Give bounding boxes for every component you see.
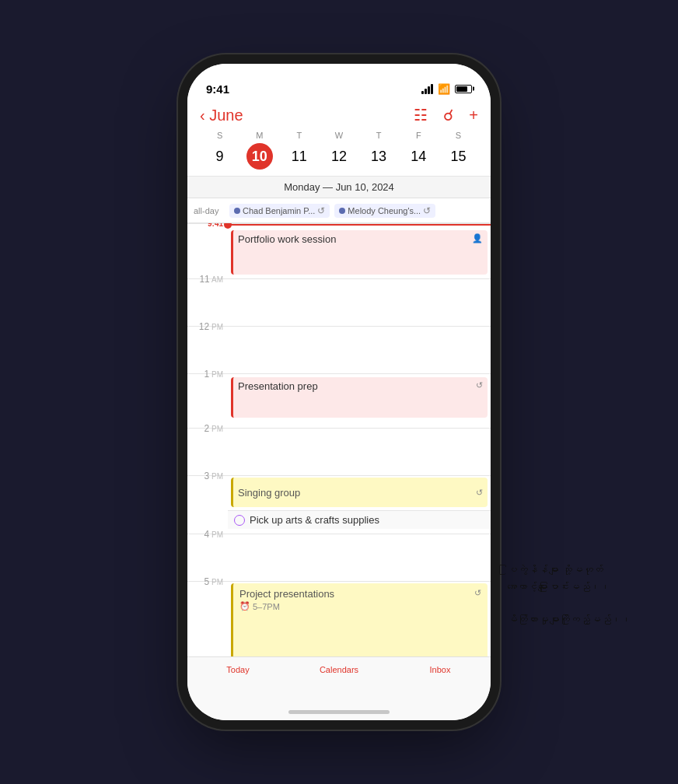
calendar-header: ‹ June ☷ ☌ + S M T W T F S 9 10 11 12 13… <box>187 103 491 177</box>
time-slot-11am: 11 AM <box>187 278 491 326</box>
date-9[interactable]: 9 <box>200 143 239 170</box>
all-day-event-1[interactable]: Chad Benjamin P... ↺ <box>229 204 330 218</box>
home-indicator <box>288 710 390 714</box>
event-presentation[interactable]: Presentation prep ↺ <box>231 377 488 418</box>
date-14[interactable]: 14 <box>399 143 439 170</box>
day-letter-m: M <box>239 131 279 140</box>
day-letter-w: W <box>319 131 358 140</box>
day-letter-f: F <box>399 131 439 140</box>
search-icon[interactable]: ☌ <box>443 106 453 124</box>
task-title: Pick up arts & crafts supplies <box>250 514 379 526</box>
clock-icon: ⏰ <box>239 601 250 611</box>
event-singing-icon: ↺ <box>476 488 483 498</box>
header-icons: ☷ ☌ + <box>414 106 478 124</box>
calendar-view-icon[interactable]: ☷ <box>414 106 428 124</box>
now-badge-label: 9:41 <box>208 223 223 228</box>
now-line <box>228 224 491 226</box>
tab-today-label: Today <box>226 665 249 674</box>
week-days-header: S M T W T F S <box>200 131 478 140</box>
sync-icon-2: ↺ <box>423 205 431 216</box>
week-dates: 9 10 11 12 13 14 15 <box>200 143 478 170</box>
day-label: Monday — Jun 10, 2024 <box>187 177 491 198</box>
event-portfolio-title: Portfolio work session 👤 <box>238 233 483 245</box>
date-10[interactable]: 10 <box>239 143 279 170</box>
tab-inbox-label: Inbox <box>430 665 451 674</box>
cal-dot-2 <box>339 208 345 214</box>
timeline[interactable]: 9:41 Portfolio work session 👤 11 AM <box>187 223 491 677</box>
annotation-text-2: မိတ်ကြားမှုများကိုကြည့်မည်၊၊ <box>507 611 662 628</box>
time-label-3pm: 3 PM <box>187 471 228 534</box>
slot-4pm <box>228 534 491 581</box>
time-slot-4pm: 4 PM <box>187 534 491 581</box>
signal-icon <box>421 84 433 94</box>
time-slot-2pm: 2 PM <box>187 428 491 475</box>
time-label-11am: 11 AM <box>187 274 228 326</box>
event-portfolio[interactable]: Portfolio work session 👤 <box>231 230 488 275</box>
date-15[interactable]: 15 <box>439 143 478 170</box>
status-icons: 📶 <box>421 83 472 95</box>
event-singing-title: Singing group <box>238 487 300 499</box>
day-letter-s1: S <box>200 131 239 140</box>
back-button[interactable]: ‹ June <box>200 107 243 124</box>
event-project-title: Project presentations ↺ <box>239 588 481 600</box>
event-presentation-icon: ↺ <box>476 380 483 392</box>
task-arts-crafts[interactable]: Pick up arts & crafts supplies <box>228 510 491 529</box>
all-day-row: all-day Chad Benjamin P... ↺ Melody Cheu… <box>187 198 491 223</box>
time-label-4pm: 4 PM <box>187 529 228 581</box>
slot-12pm <box>228 327 491 373</box>
sync-icon-1: ↺ <box>317 205 325 216</box>
battery-icon <box>455 85 472 93</box>
annotation-area: ပြကွဲနိန်များ သို့မဟုတ်အကောင့်များပြောင်… <box>507 562 662 628</box>
cal-dot-1 <box>234 208 240 214</box>
slot-11am <box>228 279 491 326</box>
all-day-label: all-day <box>194 206 225 215</box>
time-label-12pm: 12 PM <box>187 321 228 373</box>
time-label-2pm: 2 PM <box>187 423 228 475</box>
time-slot-12pm: 12 PM <box>187 326 491 373</box>
tab-inbox[interactable]: Inbox <box>413 665 467 674</box>
phone-frame: 9:41 📶 ‹ June ☷ ☌ + S M <box>187 64 491 720</box>
tab-calendars-label: Calendars <box>320 665 358 674</box>
day-letter-s2: S <box>439 131 478 140</box>
all-day-event-1-title: Chad Benjamin P... <box>243 206 315 215</box>
slot-1pm: Presentation prep ↺ <box>228 374 491 428</box>
event-presentation-title: Presentation prep ↺ <box>238 380 483 392</box>
annotation-text-1: ပြကွဲနိန်များ သို့မဟုတ်အကောင့်များပြောင်… <box>507 562 662 596</box>
time-label-10am: 9:41 <box>187 223 228 278</box>
tab-calendars[interactable]: Calendars <box>312 665 366 674</box>
date-11[interactable]: 11 <box>279 143 319 170</box>
status-bar: 9:41 📶 <box>187 64 491 103</box>
time-label-1pm: 1 PM <box>187 369 228 428</box>
date-13[interactable]: 13 <box>359 143 399 170</box>
time-slot-10am: 9:41 Portfolio work session 👤 <box>187 223 491 278</box>
date-12[interactable]: 12 <box>319 143 358 170</box>
tab-today[interactable]: Today <box>211 665 265 674</box>
event-portfolio-icon: 👤 <box>472 233 483 245</box>
slot-10am: Portfolio work session 👤 <box>228 224 491 278</box>
day-letter-t2: T <box>359 131 399 140</box>
time-slot-3pm: 3 PM Singing group ↺ Pick up arts & craf… <box>187 475 491 534</box>
status-time: 9:41 <box>206 82 229 96</box>
slot-3pm: Singing group ↺ Pick up arts & crafts su… <box>228 476 491 534</box>
event-project-time: ⏰ 5–7PM <box>239 601 481 611</box>
wifi-icon: 📶 <box>438 83 450 95</box>
day-letter-t1: T <box>279 131 319 140</box>
all-day-event-2[interactable]: Melody Cheung's... ↺ <box>334 204 435 218</box>
event-project-icon: ↺ <box>474 588 481 600</box>
month-nav: ‹ June ☷ ☌ + <box>200 106 478 124</box>
slot-2pm <box>228 429 491 475</box>
add-event-icon[interactable]: + <box>469 107 478 124</box>
now-dot <box>224 223 232 229</box>
task-circle <box>234 515 245 526</box>
all-day-event-2-title: Melody Cheung's... <box>348 206 421 215</box>
time-slot-1pm: 1 PM Presentation prep ↺ <box>187 373 491 428</box>
event-singing[interactable]: Singing group ↺ <box>231 478 488 507</box>
